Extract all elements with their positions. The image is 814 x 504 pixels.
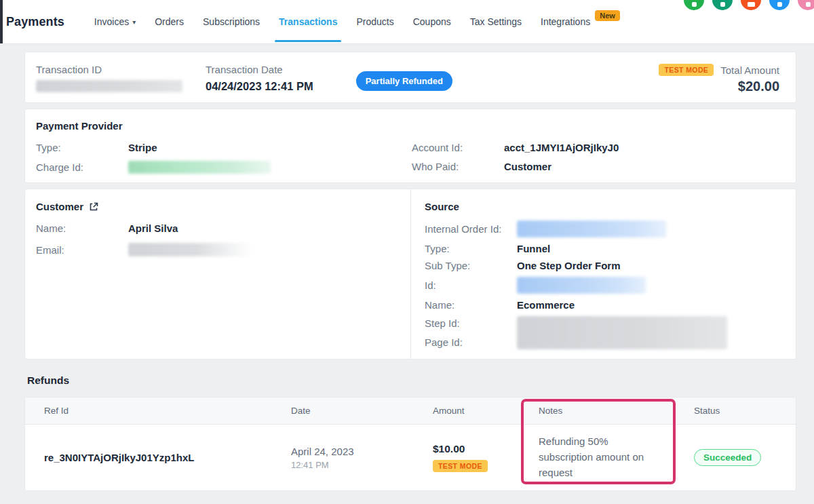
chevron-down-icon: ▾ (132, 18, 136, 26)
email-redacted-value (128, 243, 252, 256)
source-name-value: Ecommerce (517, 299, 779, 311)
col-date: Date (291, 406, 433, 416)
total-amount-value: $20.00 (659, 79, 779, 94)
tab-label: Orders (155, 16, 184, 27)
transaction-id-field: Transaction ID (36, 64, 195, 92)
nav-tabs: Invoices ▾ Orders Subscriptions Transact… (85, 0, 629, 43)
tab-label: Invoices (94, 16, 129, 27)
external-link-icon[interactable] (89, 202, 98, 212)
payment-provider-heading: Payment Provider (36, 120, 779, 132)
account-id-value: acct_1JMYI1AjORjIkyJ0 (504, 142, 619, 153)
tab-tax-settings[interactable]: Tax Settings (461, 0, 531, 43)
customer-name-row: Name: April Silva (36, 222, 394, 234)
tab-label: Subscriptions (203, 16, 260, 27)
refund-date: April 24, 2023 (291, 446, 433, 457)
step-page-id-redacted-value (517, 316, 727, 349)
headset-icon[interactable] (712, 0, 733, 10)
internal-order-id-label: Internal Order Id: (425, 223, 517, 235)
charge-id-redacted-value (128, 161, 271, 174)
source-heading: Source (425, 201, 779, 212)
col-status: Status (694, 406, 796, 416)
source-type-value: Funnel (517, 243, 779, 254)
transaction-detail: Transaction ID Transaction Date 04/24/20… (0, 44, 814, 491)
charge-id-row: Charge Id: (36, 161, 408, 174)
tab-integrations[interactable]: Integrations New (531, 0, 629, 43)
transaction-date-label: Transaction Date (206, 64, 313, 75)
source-section: Source Internal Order Id: Type: Funnel S… (410, 189, 796, 359)
type-value: Stripe (128, 142, 157, 153)
customer-email-row: Email: (36, 243, 394, 256)
total-amount-label: Total Amount (720, 64, 779, 76)
page-id-label: Page Id: (425, 336, 517, 348)
source-id-redacted-value (517, 277, 646, 294)
info-icon[interactable] (769, 0, 790, 10)
customer-section: Customer Name: April Silva Email: (25, 189, 410, 359)
name-value: April Silva (128, 222, 178, 234)
col-amount: Amount (433, 406, 539, 416)
refund-status-cell: Succeeded (694, 449, 796, 466)
step-id-label: Step Id: (425, 317, 517, 329)
sidebar-edge (0, 0, 3, 43)
customer-heading: Customer (36, 201, 83, 212)
refund-amount: $10.00 (433, 443, 539, 455)
new-badge: New (595, 10, 620, 21)
email-label: Email: (36, 244, 128, 256)
transaction-id-redacted-value (36, 80, 182, 92)
col-notes: Notes (539, 406, 694, 416)
tab-label: Tax Settings (470, 16, 522, 27)
page-title: Payments (6, 15, 64, 29)
type-label: Type: (36, 142, 128, 153)
refund-notes: Refunding 50% subscription amount on req… (539, 434, 659, 481)
tab-subscriptions[interactable]: Subscriptions (193, 0, 269, 43)
tab-products[interactable]: Products (347, 0, 403, 43)
provider-left-column: Type: Stripe Charge Id: (36, 142, 408, 174)
screen-share-icon[interactable] (741, 0, 761, 10)
charge-id-label: Charge Id: (36, 161, 128, 173)
refund-amount-cell: $10.00 TEST MODE (433, 443, 539, 472)
who-paid-row: Who Paid: Customer (412, 161, 779, 172)
source-id-label: Id: (425, 279, 517, 291)
tab-label: Products (356, 16, 393, 27)
tab-label: Integrations (541, 16, 590, 27)
source-type-label: Type: (425, 243, 517, 254)
tab-invoices[interactable]: Invoices ▾ (85, 0, 145, 43)
who-paid-label: Who Paid: (412, 161, 504, 172)
status-badge: Partially Refunded (356, 71, 452, 91)
payment-provider-card: Payment Provider Type: Stripe Charge Id:… (24, 109, 796, 183)
refunds-table: Ref Id Date Amount Notes Status re_3N0IY… (24, 397, 796, 491)
provider-type-row: Type: Stripe (36, 142, 408, 153)
tab-label: Transactions (279, 16, 337, 27)
name-label: Name: (36, 222, 128, 234)
who-paid-value: Customer (504, 161, 551, 172)
nav-icon-buttons (684, 0, 814, 10)
refunds-table-header: Ref Id Date Amount Notes Status (25, 398, 796, 425)
tab-orders[interactable]: Orders (145, 0, 193, 43)
refunds-heading: Refunds (27, 374, 814, 387)
provider-right-column: Account Id: acct_1JMYI1AjORjIkyJ0 Who Pa… (408, 142, 779, 174)
test-mode-badge: TEST MODE (659, 64, 714, 76)
refund-ref-id: re_3N0IYTAjORjIkyJ01Yzp1hxL (44, 452, 291, 463)
refund-date-cell: April 24, 2023 12:41 PM (291, 446, 433, 470)
sub-type-value: One Step Order Form (517, 260, 779, 271)
phone-icon[interactable] (684, 0, 704, 10)
refund-table-row[interactable]: re_3N0IYTAjORjIkyJ01Yzp1hxL April 24, 20… (25, 425, 796, 490)
test-mode-badge: TEST MODE (433, 460, 488, 472)
transaction-date-value: 04/24/2023 12:41 PM (206, 80, 313, 93)
source-name-label: Name: (425, 299, 517, 311)
transaction-date-field: Transaction Date 04/24/2023 12:41 PM (206, 64, 313, 93)
account-id-row: Account Id: acct_1JMYI1AjORjIkyJ0 (412, 142, 779, 153)
transaction-summary-card: Transaction ID Transaction Date 04/24/20… (24, 52, 796, 103)
tab-transactions[interactable]: Transactions (269, 0, 347, 43)
tab-label: Coupons (413, 16, 451, 27)
col-ref-id: Ref Id (44, 406, 291, 416)
sub-type-label: Sub Type: (425, 260, 517, 271)
total-amount-field: TEST MODE Total Amount $20.00 (659, 64, 779, 94)
profile-icon[interactable] (798, 0, 814, 10)
internal-order-id-redacted-value (517, 220, 666, 237)
customer-source-card: Customer Name: April Silva Email: (24, 189, 796, 360)
top-navbar: Payments Invoices ▾ Orders Subscriptions… (0, 0, 814, 44)
transaction-id-label: Transaction ID (36, 64, 195, 75)
succeeded-badge: Succeeded (694, 449, 761, 466)
tab-coupons[interactable]: Coupons (404, 0, 461, 43)
refund-time: 12:41 PM (291, 460, 433, 470)
